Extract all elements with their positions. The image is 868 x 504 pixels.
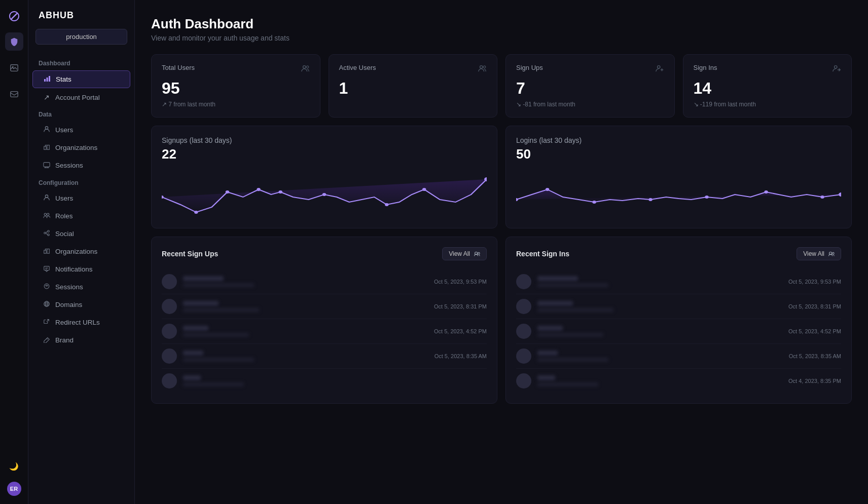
svg-point-24 xyxy=(306,66,309,68)
signin-email-2 xyxy=(537,308,613,312)
svg-point-32 xyxy=(257,188,260,191)
svg-point-33 xyxy=(279,190,282,193)
stat-card-sign-ups: Sign Ups 7 ↘ -81 from last month xyxy=(505,54,675,118)
sidebar-item-social[interactable]: Social xyxy=(32,225,130,242)
sidebar-item-brand[interactable]: Brand xyxy=(32,332,130,348)
stat-card-active-users: Active Users 1 xyxy=(329,54,498,118)
svg-point-30 xyxy=(194,211,198,214)
sidebar-item-organizations-data[interactable]: Organizations xyxy=(32,139,130,156)
svg-point-20 xyxy=(46,286,47,287)
svg-rect-16 xyxy=(44,250,46,253)
signup-email-1 xyxy=(183,283,254,287)
svg-point-49 xyxy=(833,252,835,254)
signup-email-4 xyxy=(183,358,254,362)
logins-chart-area xyxy=(516,169,841,220)
svg-point-38 xyxy=(516,198,518,201)
sidebar-item-sessions-config[interactable]: Sessions xyxy=(32,279,130,295)
signup-info-4 xyxy=(183,351,428,362)
organizations-data-icon xyxy=(43,143,51,152)
main-sidebar: ABHUB production Dashboard Stats ↗ Accou… xyxy=(28,0,135,504)
sidebar-logo: ABHUB xyxy=(28,8,134,29)
sidebar-item-redirect-urls[interactable]: Redirect URLs xyxy=(32,314,130,331)
sessions-config-icon xyxy=(43,283,51,291)
sidebar-item-users-data[interactable]: Users xyxy=(32,122,130,138)
svg-point-42 xyxy=(705,196,708,199)
svg-point-40 xyxy=(592,201,596,204)
signup-name-3 xyxy=(183,326,208,331)
sign-ins-label: Sign Ins xyxy=(694,64,717,71)
signin-info-1 xyxy=(537,276,782,287)
sign-ins-icon xyxy=(832,64,841,75)
signup-date-3: Oct 5, 2023, 4:52 PM xyxy=(434,328,487,334)
notifications-label: Notifications xyxy=(55,265,93,273)
account-portal-label: Account Portal xyxy=(55,94,100,101)
signin-email-1 xyxy=(537,283,608,287)
sidebar-item-notifications[interactable]: Notifications xyxy=(32,261,130,278)
sidebar-item-domains[interactable]: Domains xyxy=(32,296,130,313)
sidebar-item-sessions-data[interactable]: Sessions xyxy=(32,157,130,174)
sidebar-icon-shield[interactable] xyxy=(5,32,23,51)
signin-name-2 xyxy=(537,301,573,306)
svg-point-45 xyxy=(839,192,841,197)
sidebar-item-account-portal[interactable]: ↗ Account Portal xyxy=(32,89,130,105)
signin-row-2: Oct 5, 2023, 8:31 PM xyxy=(516,294,841,319)
domains-label: Domains xyxy=(55,301,82,308)
view-all-signins-button[interactable]: View All xyxy=(797,247,841,260)
signups-chart-card: Signups (last 30 days) 22 xyxy=(151,126,497,228)
signups-chart-area xyxy=(162,169,487,220)
stat-card-total-users: Total Users 95 ↗ 7 from last month xyxy=(151,54,320,118)
signin-row-3: Oct 5, 2023, 4:52 PM xyxy=(516,319,841,344)
sidebar-item-roles[interactable]: Roles xyxy=(32,208,130,224)
recent-signups-card: Recent Sign Ups View All O xyxy=(151,237,497,404)
signup-date-2: Oct 5, 2023, 8:31 PM xyxy=(434,303,487,309)
signin-date-4: Oct 5, 2023, 8:35 AM xyxy=(789,353,841,359)
signup-row-4: Oct 5, 2023, 8:35 AM xyxy=(162,344,487,369)
user-avatar[interactable]: ER xyxy=(7,482,21,496)
signin-name-1 xyxy=(537,276,578,281)
signup-name-2 xyxy=(183,301,219,306)
signup-row-1: Oct 5, 2023, 9:53 PM xyxy=(162,269,487,294)
signin-date-5: Oct 4, 2023, 8:35 PM xyxy=(788,378,841,384)
svg-point-27 xyxy=(657,66,660,68)
sidebar-icon-image[interactable] xyxy=(5,59,23,77)
svg-point-26 xyxy=(483,66,486,68)
sign-ins-value: 14 xyxy=(694,79,842,98)
sidebar-item-users-config[interactable]: Users xyxy=(32,190,130,207)
svg-point-31 xyxy=(226,190,229,193)
sessions-config-label: Sessions xyxy=(55,283,83,291)
sidebar-item-stats[interactable]: Stats xyxy=(32,70,130,88)
view-all-signups-button[interactable]: View All xyxy=(442,247,487,260)
sidebar-item-organizations-config[interactable]: Organizations xyxy=(32,243,130,260)
total-users-change: ↗ 7 from last month xyxy=(162,101,310,108)
app-logo[interactable] xyxy=(6,8,22,24)
logins-chart-title: Logins (last 30 days) xyxy=(516,136,841,144)
signin-date-1: Oct 5, 2023, 9:53 PM xyxy=(788,279,841,285)
signup-avatar-3 xyxy=(162,324,177,339)
signin-row-4: Oct 5, 2023, 8:35 AM xyxy=(516,344,841,369)
stats-grid: Total Users 95 ↗ 7 from last month Activ… xyxy=(151,54,852,118)
signup-email-3 xyxy=(183,333,249,337)
notifications-icon xyxy=(43,265,51,274)
sidebar-icon-mail[interactable] xyxy=(5,85,23,103)
theme-toggle[interactable]: 🌙 xyxy=(5,457,23,476)
svg-rect-9 xyxy=(44,163,50,167)
social-label: Social xyxy=(55,230,74,238)
main-content: Auth Dashboard View and monitor your aut… xyxy=(135,0,868,504)
icon-sidebar: 🌙 ER xyxy=(0,0,28,504)
signin-row-1: Oct 5, 2023, 9:53 PM xyxy=(516,269,841,294)
total-users-label: Total Users xyxy=(162,64,195,71)
active-users-icon xyxy=(478,64,487,75)
env-selector[interactable]: production xyxy=(35,29,127,45)
tables-row: Recent Sign Ups View All O xyxy=(151,237,852,404)
svg-point-6 xyxy=(45,127,48,129)
organizations-config-icon xyxy=(43,247,51,256)
signin-date-2: Oct 5, 2023, 8:31 PM xyxy=(788,303,841,309)
signin-avatar-3 xyxy=(516,324,531,339)
page-title: Auth Dashboard xyxy=(151,16,852,32)
account-portal-icon: ↗ xyxy=(43,93,51,101)
sessions-data-icon xyxy=(43,161,51,170)
signup-row-3: Oct 5, 2023, 4:52 PM xyxy=(162,319,487,344)
svg-point-34 xyxy=(322,193,326,196)
recent-signins-title: Recent Sign Ins xyxy=(516,250,569,258)
redirect-urls-label: Redirect URLs xyxy=(55,319,100,326)
